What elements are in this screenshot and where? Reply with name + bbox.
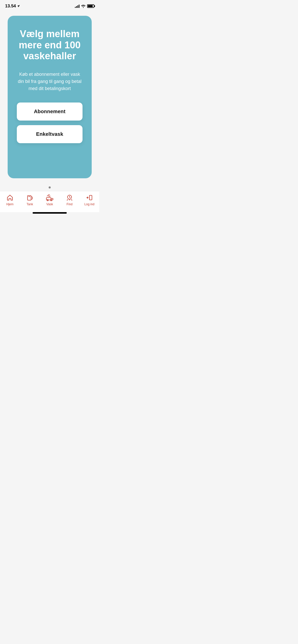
nav-hjem[interactable]: Hjem	[0, 194, 20, 206]
bottom-nav: Hjem Tank Vask	[0, 191, 99, 212]
nav-hjem-label: Hjem	[6, 202, 13, 206]
nav-vask-label: Vask	[46, 202, 53, 206]
nav-vask[interactable]: Vask	[40, 194, 60, 206]
enkeltvask-button[interactable]: Enkeltvask	[17, 125, 83, 143]
signal-icon	[75, 4, 79, 8]
location-icon	[17, 5, 20, 8]
nav-log-ind-label: Log ind	[84, 202, 94, 206]
vask-icon	[46, 194, 53, 201]
home-icon	[6, 194, 14, 201]
status-icons	[75, 4, 94, 8]
main-content: Vælg mellem mere end 100 vaskehaller Køb…	[0, 11, 99, 182]
promo-card: Vælg mellem mere end 100 vaskehaller Køb…	[8, 16, 92, 178]
abonnement-button[interactable]: Abonnement	[17, 103, 83, 121]
nav-tank-label: Tank	[26, 202, 33, 206]
find-icon	[66, 194, 73, 201]
home-bar	[33, 212, 67, 214]
dot-1	[49, 186, 51, 188]
dots-indicator	[0, 182, 99, 191]
tank-icon	[26, 194, 34, 201]
status-time: 13.54	[5, 4, 20, 9]
card-headline: Vælg mellem mere end 100 vaskehaller	[17, 28, 83, 62]
card-subtext: Køb et abonnement eller vask din bil fra…	[17, 71, 83, 92]
nav-tank[interactable]: Tank	[20, 194, 40, 206]
svg-rect-0	[28, 196, 31, 200]
nav-find[interactable]: Find	[60, 194, 79, 206]
nav-find-label: Find	[66, 202, 72, 206]
svg-rect-6	[89, 195, 92, 200]
nav-log-ind[interactable]: Log ind	[79, 194, 99, 206]
wifi-icon	[81, 4, 86, 8]
login-icon	[86, 194, 93, 201]
status-bar: 13.54	[0, 0, 99, 11]
battery-icon	[87, 4, 94, 8]
